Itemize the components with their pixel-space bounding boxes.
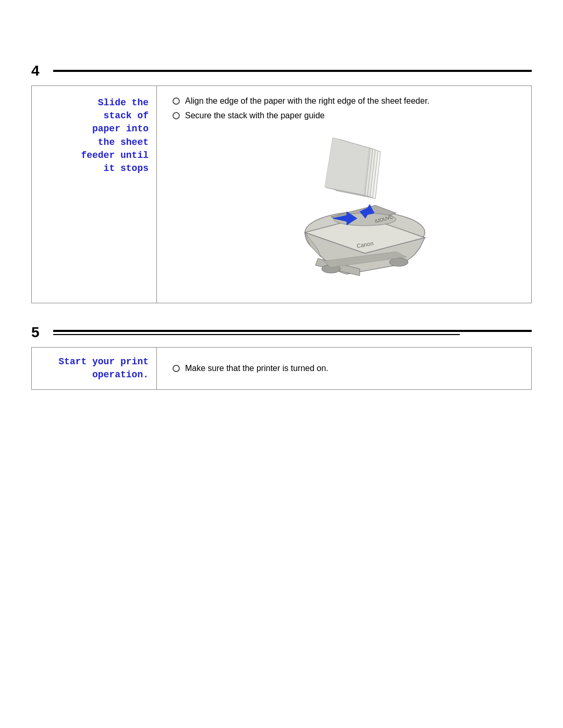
step4-instruction-1: Align the edge of the paper with the rig… (173, 96, 516, 106)
page-container: 4 Slide the stack of paper into the shee… (0, 0, 563, 728)
step4-instruction-text-1: Align the edge of the paper with the rig… (185, 96, 430, 106)
bullet-circle-2 (173, 112, 180, 119)
step5-line-thin (53, 334, 460, 335)
step5-instruction-1: Make sure that the printer is turned on. (173, 364, 516, 373)
step5-label-col: Start your print operation. (32, 348, 157, 389)
step5-instructions-col: Make sure that the printer is turned on. (157, 348, 531, 389)
step4-label-text: Slide the stack of paper into the sheet … (81, 96, 149, 175)
printer-illustration: Canon IIJOUVC (173, 136, 516, 292)
step5-header: 5 (31, 324, 532, 341)
step5-label-text: Start your print operation. (58, 355, 149, 381)
bullet-circle-1 (173, 97, 180, 105)
step5-line-thick (53, 330, 532, 332)
step4-instruction-text-2: Secure the stack with the paper guide (185, 111, 325, 120)
printer-svg: Canon IIJOUVC (255, 136, 433, 292)
paper-stack (325, 138, 381, 199)
step4-label-col: Slide the stack of paper into the sheet … (32, 86, 157, 303)
step4-line-thick (53, 70, 532, 72)
step4-content-box: Slide the stack of paper into the sheet … (31, 85, 532, 303)
step4-line-container (53, 70, 532, 72)
svg-marker-5 (325, 138, 369, 195)
step5-number: 5 (31, 324, 47, 341)
bullet-circle-3 (173, 365, 180, 372)
step4-number: 4 (31, 63, 47, 79)
step5-instruction-text-1: Make sure that the printer is turned on. (185, 364, 328, 373)
step5-content-box: Start your print operation. Make sure th… (31, 347, 532, 390)
step4-header: 4 (31, 63, 532, 79)
step5-line-container (53, 330, 532, 335)
svg-point-11 (389, 258, 408, 266)
step4-instruction-2: Secure the stack with the paper guide (173, 111, 516, 120)
printer-svg-container: Canon IIJOUVC (255, 136, 433, 292)
step4-instructions-col: Align the edge of the paper with the rig… (157, 86, 531, 303)
